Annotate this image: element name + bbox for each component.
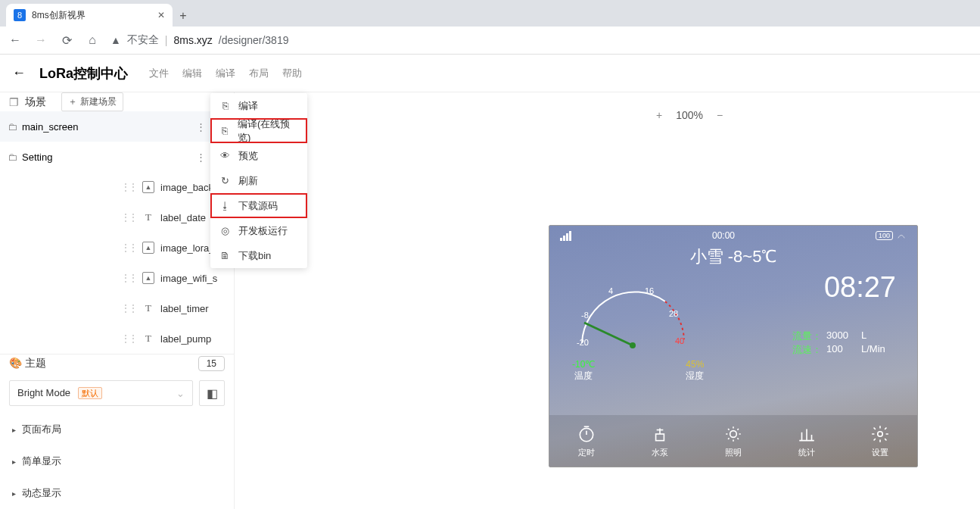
chevron-down-icon: ⌄	[176, 388, 185, 399]
drag-handle-icon[interactable]: ⋮⋮	[121, 242, 136, 253]
menu-item-compile[interactable]: ⎘编译	[210, 93, 307, 118]
drag-handle-icon[interactable]: ⋮⋮	[121, 303, 136, 314]
undo-icon[interactable]	[776, 108, 791, 123]
scene-label: Setting	[22, 151, 52, 163]
menu-item-compile-preview[interactable]: ⎘编译(在线预览)	[210, 118, 307, 143]
copy-icon[interactable]: ❐	[9, 96, 19, 108]
scene-label: main_screen	[22, 121, 78, 133]
chip-icon: ◎	[219, 225, 231, 236]
svg-rect-1	[749, 110, 754, 113]
device-tabbar: 定时 水泵 照明 统计 设置	[549, 415, 917, 467]
zoom-level: 100%	[676, 109, 703, 121]
section-dynamic-display[interactable]: 动态显示	[0, 477, 234, 509]
scene-row-main[interactable]: 🗀 main_screen ⋮ ⋮⋮	[0, 111, 234, 142]
download-icon: ⭳	[219, 200, 231, 211]
scene-more-icon[interactable]: ⋮	[194, 121, 207, 133]
theme-count[interactable]: 15	[198, 356, 225, 371]
default-tag: 默认	[78, 387, 102, 399]
insecure-icon: ▲	[110, 34, 121, 46]
menu-file[interactable]: 文件	[149, 67, 169, 80]
svg-line-10	[584, 323, 633, 345]
palette-icon: 🎨	[9, 357, 22, 369]
component-row[interactable]: ⋮⋮▲image_lora_	[0, 233, 234, 263]
drag-handle-icon[interactable]: ⋮⋮	[121, 333, 136, 344]
nav-forward-icon: →	[33, 33, 48, 47]
component-row[interactable]: ⋮⋮Tlabel_date	[0, 202, 234, 233]
tab-pump[interactable]: 水泵	[650, 424, 670, 458]
home-icon[interactable]: ⌂	[85, 33, 100, 47]
back-button[interactable]: ←	[12, 65, 26, 81]
file-icon: 🗎	[219, 250, 231, 261]
favicon: 8	[14, 9, 26, 21]
align-icon[interactable]	[839, 108, 854, 123]
left-panel: ❐ 场景 ＋ 新建场景 🗀 main_screen ⋮ ⋮⋮ 🗀 Setting…	[0, 92, 235, 509]
temperature-gauge: -20 -8 4 16 28 40	[563, 271, 714, 365]
menu-item-refresh[interactable]: ↻刷新	[210, 168, 307, 193]
folder-icon: 🗀	[8, 121, 17, 133]
tab-settings[interactable]: 设置	[870, 424, 890, 458]
image-icon: ▲	[142, 242, 154, 254]
theme-label: 主题	[25, 357, 46, 369]
theme-mode-value: Bright Mode	[17, 387, 70, 398]
compile-icon: ⎘	[219, 125, 230, 136]
add-theme-button[interactable]: ◧	[199, 380, 225, 406]
download-icon[interactable]	[935, 108, 950, 123]
section-page-layout[interactable]: 页面布局	[0, 414, 234, 445]
menu-help[interactable]: 帮助	[282, 67, 302, 80]
component-row[interactable]: ⋮⋮▲image_back	[0, 172, 234, 202]
component-row[interactable]: ⋮⋮▲image_wifi_s	[0, 263, 234, 293]
theme-section: 🎨 主题 15	[0, 354, 234, 373]
section-simple-display[interactable]: 简单显示	[0, 445, 234, 477]
save-icon[interactable]	[744, 108, 759, 123]
tab-light[interactable]: 照明	[723, 424, 743, 458]
new-scene-button[interactable]: ＋ 新建场景	[61, 92, 123, 111]
component-row[interactable]: ⋮⋮Tlabel_timer	[0, 293, 234, 323]
component-label: image_wifi_s	[160, 273, 217, 284]
theme-mode-select[interactable]: Bright Mode 默认 ⌄	[9, 380, 193, 406]
svg-rect-0	[746, 110, 756, 120]
component-row[interactable]: ⋮⋮Tlabel_pump	[0, 323, 234, 354]
url-security-label: 不安全	[127, 33, 159, 47]
list-icon[interactable]	[871, 108, 886, 123]
export-icon[interactable]	[903, 108, 918, 123]
drag-handle-icon[interactable]: ⋮⋮	[121, 273, 136, 283]
scene-header-label: 场景	[25, 95, 46, 109]
component-label: label_pump	[160, 333, 211, 345]
compile-dropdown: ⎘编译 ⎘编译(在线预览) 👁预览 ↻刷新 ⭳下载源码 ◎开发板运行 🗎下载bi…	[210, 93, 307, 268]
redo-icon[interactable]	[807, 108, 823, 123]
url-input[interactable]: ▲ 不安全 | 8ms.xyz/designer/3819	[110, 33, 972, 47]
component-label: image_back	[160, 182, 213, 193]
tab-stats[interactable]: 统计	[797, 424, 817, 458]
reload-icon[interactable]: ⟳	[59, 33, 74, 48]
zoom-in-button[interactable]: +	[652, 108, 667, 123]
menu-item-preview[interactable]: 👁预览	[210, 143, 307, 168]
url-host: 8ms.xyz	[174, 34, 213, 46]
drag-handle-icon[interactable]: ⋮⋮	[121, 182, 136, 192]
component-label: image_lora_	[160, 242, 215, 254]
new-tab-button[interactable]: +	[173, 5, 194, 27]
scene-row-setting[interactable]: 🗀 Setting ⋮ ⋮⋮	[0, 142, 234, 172]
battery-icon: 100	[876, 231, 907, 240]
close-tab-icon[interactable]: ✕	[157, 10, 165, 20]
tab-timer[interactable]: 定时	[577, 424, 596, 458]
menu-item-download-source[interactable]: ⭳下载源码	[210, 193, 307, 218]
menu-item-download-bin[interactable]: 🗎下载bin	[210, 243, 307, 268]
address-bar: ← → ⟳ ⌂ ▲ 不安全 | 8ms.xyz/designer/3819	[0, 27, 980, 55]
menu-edit[interactable]: 编辑	[182, 67, 202, 80]
browser-tab[interactable]: 8 8ms创新视界 ✕	[6, 4, 173, 27]
svg-point-11	[630, 342, 636, 348]
weather-text: 小雪 -8~5℃	[549, 245, 917, 268]
menu-compile[interactable]: 编译	[216, 67, 235, 80]
canvas-toolbar: + 100% −	[652, 108, 950, 123]
device-preview[interactable]: 00:00 100 小雪 -8~5℃	[549, 225, 918, 467]
menu-item-run-board[interactable]: ◎开发板运行	[210, 218, 307, 243]
status-time: 00:00	[712, 230, 735, 241]
zoom-out-button[interactable]: −	[712, 108, 727, 123]
scene-more-icon[interactable]: ⋮	[194, 151, 207, 163]
nav-back-icon[interactable]: ←	[8, 33, 23, 47]
menu-layout[interactable]: 布局	[249, 67, 269, 80]
drag-handle-icon[interactable]: ⋮⋮	[121, 212, 136, 223]
refresh-icon: ↻	[219, 175, 231, 186]
text-icon: T	[142, 333, 154, 345]
svg-point-8	[909, 112, 911, 114]
